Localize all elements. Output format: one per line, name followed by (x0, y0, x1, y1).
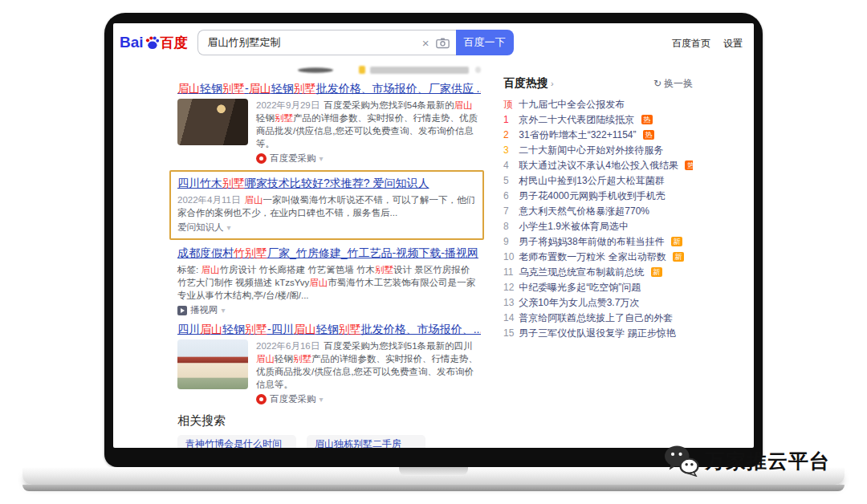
hot-search-title-link[interactable]: 百度热搜 › (503, 76, 554, 91)
hot-rank: 4 (503, 158, 516, 173)
result-source[interactable]: 百度爱采购 ▾ (256, 393, 481, 405)
hot-rank: 7 (503, 204, 516, 219)
hot-search-item[interactable]: 6 男子花4000元网购手机收到手机壳 (503, 189, 693, 204)
camera-icon[interactable] (436, 37, 450, 49)
clear-icon[interactable]: × (422, 37, 429, 49)
hot-item-text: 意大利天然气价格暴涨超770% (519, 205, 649, 217)
cropped-illegible-text (370, 67, 469, 74)
hot-rank: 12 (503, 280, 516, 295)
hot-item-text: 小学生1.9米被体育局选中 (519, 221, 629, 232)
hot-item-badge: 热 (643, 130, 654, 140)
result-source-label: 播视网 (190, 304, 218, 316)
result-source[interactable]: 爱问知识人 ▾ (177, 222, 476, 234)
result-date: 2022年6月16日 (256, 341, 320, 351)
nav-baidu-home[interactable]: 百度首页 (672, 37, 710, 51)
hot-rank: 13 (503, 295, 516, 311)
laptop-screen-bezel: Bai 百度 × (104, 13, 763, 467)
hot-search-item[interactable]: 4 联大通过决议不承认4地公投入俄结果 热 (503, 158, 693, 173)
search-result-3: 成都度假村竹别墅厂家_竹房修建_竹工艺品-视频下载-播视网 标签: 眉山竹房设计… (177, 246, 481, 316)
hot-item-text: 男子三军仪仗队退役复学 踢正步惊艳 (519, 327, 675, 339)
laptop-notch (399, 467, 468, 476)
search-bar: × 百度一下 (197, 30, 514, 55)
related-search-title: 相关搜索 (177, 413, 481, 429)
hot-search-item[interactable]: 11 乌克兰现总统宣布制裁前总统 新 (503, 265, 693, 280)
caret-icon: ▾ (227, 223, 231, 232)
hot-rank: 3 (503, 143, 516, 158)
hot-search-item[interactable]: 顶 十九届七中全会公报发布 (503, 97, 693, 112)
hot-item-text: 31省份昨增本土“322+1154” (519, 129, 636, 140)
hot-search-item[interactable]: 9 男子将妈妈38年前做的布鞋当挂件 新 (503, 234, 693, 250)
hot-item-text: 男子花4000元网购手机收到手机壳 (519, 190, 666, 201)
result-source[interactable]: 播视网 ▾ (177, 304, 481, 316)
wechat-icon (663, 445, 700, 477)
hot-search-item[interactable]: 2 31省份昨增本土“322+1154” 热 (503, 128, 693, 143)
hot-rank: 1 (503, 112, 516, 128)
result-description: 2022年9月29日百度爱采购为您找到54条最新的眉山轻钢别墅产品的详细参数、实… (256, 99, 481, 150)
hot-search-item[interactable]: 7 意大利天然气价格暴涨超770% (503, 204, 693, 219)
hot-rank: 6 (503, 189, 516, 204)
result-source[interactable]: 百度爱采购 ▾ (256, 152, 481, 165)
hot-search-title: 百度热搜 (503, 76, 548, 91)
result-date: 2022年9月29日 (256, 100, 320, 110)
hot-rank: 5 (503, 173, 516, 189)
hot-item-text: 二十大新闻中心开始对外接待服务 (519, 144, 663, 156)
caret-icon: ▾ (222, 306, 226, 315)
browser-viewport: Bai 百度 × (113, 23, 754, 448)
hot-search-item[interactable]: 1 京外二十大代表团陆续抵京 热 (503, 112, 693, 128)
hot-rank: 14 (503, 311, 516, 326)
watermark-label: 万家推云平台 (705, 448, 830, 474)
result-title[interactable]: 四川眉山轻钢别墅-四川眉山轻钢别墅批发价格、市场报价、... (177, 322, 481, 337)
result-description: 标签: 眉山竹房设计 竹长廊搭建 竹艺篱笆墙 竹木别墅设计 景区竹房报价 竹艺大… (177, 263, 481, 302)
hot-rank: 15 (503, 326, 516, 341)
result-thumbnail[interactable] (177, 339, 248, 389)
refresh-button[interactable]: ↻ 换一换 (653, 77, 693, 91)
result-source-label: 百度爱采购 (270, 393, 316, 405)
search-button[interactable]: 百度一下 (456, 30, 514, 55)
caret-icon: ▾ (320, 154, 324, 163)
hot-search-item[interactable]: 10 老师布置数一万粒米 全家出动帮数 新 (503, 250, 693, 265)
refresh-label: 换一换 (664, 77, 693, 91)
hot-item-text: 老师布置数一万粒米 全家出动帮数 (519, 251, 666, 262)
baidu-logo[interactable]: Bai 百度 (120, 34, 188, 52)
hot-rank: 11 (503, 265, 516, 280)
hot-search-item[interactable]: 13 父亲10年为女儿点赞3.7万次 (503, 295, 693, 311)
hot-item-badge: 热 (641, 115, 653, 124)
baidu-logo-bai: Bai (120, 34, 144, 51)
result-title[interactable]: 成都度假村竹别墅厂家_竹房修建_竹工艺品-视频下载-播视网 (177, 246, 481, 261)
hot-search-panel: 百度热搜 › ↻ 换一换 顶 十九届七中全会公报发布 1 京外二十大代表团陆续抵… (503, 76, 693, 341)
result-thumbnail[interactable] (177, 99, 248, 145)
related-search-pill[interactable]: 眉山独栋别墅二手房 (307, 435, 425, 448)
hot-item-text: 十九届七中全会公报发布 (519, 99, 625, 110)
related-search-grid: 青神竹博会是什么时间眉山独栋别墅二手房眉山别墅价格眉山江山美墅别墅出售眉山别墅楼… (177, 435, 481, 448)
result-title[interactable]: 四川竹木别墅哪家技术比较好?求推荐? 爱问知识人 (177, 176, 476, 191)
hot-item-text: 中纪委曝光多起“吃空饷”问题 (519, 282, 641, 293)
hot-search-item[interactable]: 12 中纪委曝光多起“吃空饷”问题 (503, 280, 693, 295)
result-description: 2022年6月16日百度爱采购为您找到51条最新的四川眉山轻钢别墅产品的详细参数… (256, 339, 481, 391)
hot-search-item[interactable]: 3 二十大新闻中心开始对外接待服务 (503, 143, 693, 158)
hot-rank: 9 (503, 234, 516, 250)
result-description: 2022年4月11日眉山一家叫做蜀海竹木听说还不错，可以了解一下，他们家合作的案… (177, 193, 476, 219)
result-title[interactable]: 眉山轻钢别墅-眉山轻钢别墅批发价格、市场报价、厂家供应 ... (177, 81, 481, 96)
search-input[interactable] (206, 36, 416, 50)
baidu-logo-cn: 百度 (161, 34, 188, 52)
hot-rank: 10 (503, 250, 516, 265)
hot-rank: 8 (503, 219, 516, 234)
baidu-b2b-icon (256, 394, 267, 404)
results-column: 眉山轻钢别墅-眉山轻钢别墅批发价格、市场报价、厂家供应 ... 2022年9月2… (177, 62, 481, 448)
hot-item-text: 男子将妈妈38年前做的布鞋当挂件 (519, 236, 664, 247)
hot-item-text: 普京给阿联酋总统披上了自己的外套 (519, 312, 673, 323)
hot-search-item[interactable]: 15 男子三军仪仗队退役复学 踢正步惊艳 (503, 326, 693, 341)
watermark: 万家推云平台 (663, 445, 830, 477)
hot-rank: 2 (503, 128, 516, 143)
cropped-favicon (359, 66, 365, 74)
chevron-right-icon: › (551, 79, 554, 88)
hot-item-text: 乌克兰现总统宣布制裁前总统 (519, 266, 644, 278)
nav-settings[interactable]: 设置 (723, 37, 743, 51)
hot-item-badge: 新 (651, 267, 662, 277)
search-result-1: 眉山轻钢别墅-眉山轻钢别墅批发价格、市场报价、厂家供应 ... 2022年9月2… (177, 81, 481, 165)
hot-rank: 顶 (503, 97, 516, 112)
related-search-pill[interactable]: 青神竹博会是什么时间 (177, 435, 296, 448)
hot-search-item[interactable]: 8 小学生1.9米被体育局选中 (503, 219, 693, 234)
hot-search-item[interactable]: 14 普京给阿联酋总统披上了自己的外套 (503, 311, 693, 326)
hot-search-item[interactable]: 5 村民山中捡到13公斤超大松茸菌群 (503, 173, 693, 189)
